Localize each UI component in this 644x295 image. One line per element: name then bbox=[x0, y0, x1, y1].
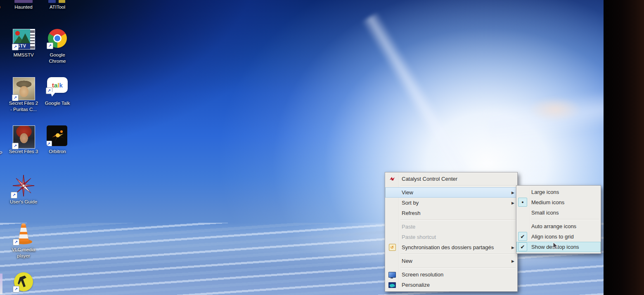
desktop-icon-label: Orbitron bbox=[35, 149, 80, 155]
shortcut-arrow-icon: ↗ bbox=[13, 286, 19, 293]
signal-strip bbox=[30, 29, 35, 49]
menu-item-synchronisation-des-dossiers-partag-s[interactable]: ↺Synchronisation des dossiers partagés▶ bbox=[385, 242, 517, 253]
desktop-icon-label: VLC media player bbox=[1, 247, 46, 259]
menu-separator bbox=[516, 218, 601, 221]
sync-glyph: ↺ bbox=[389, 244, 396, 251]
menu-separator bbox=[385, 266, 517, 269]
menu-item-label: Paste bbox=[402, 224, 415, 230]
desktop: HauntedATIToolSTV↗MMSSTV↗Google Chrome↗S… bbox=[0, 0, 604, 295]
menu-separator bbox=[385, 218, 517, 222]
menu-item-label: Synchronisation des dossiers partagés bbox=[402, 244, 494, 250]
clipped-icon-remnant bbox=[14, 0, 33, 3]
monitor-paint-glyph bbox=[388, 282, 396, 288]
menu-separator bbox=[385, 184, 517, 187]
shortcut-arrow-icon: ↗ bbox=[13, 239, 19, 245]
desktop-icon-orbitron[interactable]: ↗Orbitron bbox=[47, 125, 67, 146]
sun-dot bbox=[15, 31, 20, 35]
submenu-item-auto-arrange-icons[interactable]: Auto arrange icons bbox=[516, 221, 601, 231]
desktop-icon-label: User's Guide bbox=[1, 199, 46, 205]
submenu-arrow-icon: ▶ bbox=[511, 191, 514, 195]
desktop-icon-label: Google Chrome bbox=[35, 52, 80, 64]
mountain-shape bbox=[20, 33, 31, 44]
desktop-icon-atitool[interactable]: ATITool bbox=[47, 0, 68, 3]
menu-item-sort-by[interactable]: Sort by▶ bbox=[385, 198, 517, 208]
google-talk-icon: talk↗ bbox=[47, 77, 68, 93]
submenu-arrow-icon: ▶ bbox=[511, 259, 514, 263]
desktop-icon-secret-files-2[interactable]: ↗Secret Files 2 - Puritas C... bbox=[13, 77, 35, 100]
menu-item-label: Catalyst Control Center bbox=[402, 176, 457, 182]
submenu-item-label: Align icons to grid bbox=[531, 234, 574, 240]
checkmark-icon: ✔ bbox=[518, 242, 527, 251]
desktop-icon-users-guide[interactable]: ↗User's Guide bbox=[12, 174, 35, 197]
display-icon bbox=[388, 271, 396, 278]
menu-item-label: Paste shortcut bbox=[402, 234, 436, 240]
chrome-core bbox=[54, 35, 60, 41]
submenu-item-large-icons[interactable]: Large icons bbox=[516, 187, 601, 197]
cloud-wisp bbox=[528, 97, 582, 122]
menu-item-label: Personalize bbox=[402, 282, 430, 288]
atitool-icon bbox=[47, 0, 68, 3]
menu-item-screen-resolution[interactable]: Screen resolution bbox=[385, 269, 517, 280]
mouse-cursor-icon bbox=[552, 242, 559, 252]
desktop-icon-vlc-media-player[interactable]: ↗VLC media player bbox=[14, 222, 33, 244]
menu-item-label: New bbox=[402, 258, 412, 264]
menu-item-label: Refresh bbox=[402, 210, 421, 216]
desktop-icon-label: Google Talk bbox=[35, 100, 80, 106]
submenu-arrow-icon: ▶ bbox=[511, 245, 514, 250]
edge-label-fragment: P bbox=[0, 151, 2, 156]
menu-item-new[interactable]: New▶ bbox=[385, 256, 517, 266]
yellow-app-icon: ↗ bbox=[14, 272, 33, 291]
mmsstv-icon: STV↗ bbox=[13, 29, 35, 50]
menu-item-label: View bbox=[402, 189, 413, 196]
menu-item-refresh[interactable]: Refresh bbox=[385, 208, 517, 218]
submenu-item-label: Small icons bbox=[531, 210, 559, 216]
submenu-arrow-icon: ▶ bbox=[511, 201, 514, 205]
haunted-icon bbox=[13, 0, 34, 3]
edge-artifact bbox=[0, 274, 2, 294]
personalize-icon bbox=[388, 281, 396, 288]
ati-icon bbox=[388, 175, 396, 182]
monitor-glyph bbox=[388, 272, 396, 278]
monitor-bezel bbox=[604, 0, 644, 295]
orbitron-icon: ↗ bbox=[47, 125, 67, 146]
submenu-item-show-desktop-icons[interactable]: ✔Show desktop icons bbox=[516, 242, 601, 252]
checkmark-icon: ✔ bbox=[518, 232, 527, 241]
shortcut-arrow-icon: ↗ bbox=[47, 42, 53, 49]
desktop-icon-secret-files-3[interactable]: ↗Secret Files 3 bbox=[13, 125, 35, 149]
submenu-item-label: Large icons bbox=[531, 189, 559, 195]
desktop-icon-google-chrome[interactable]: ↗Google Chrome bbox=[48, 29, 67, 48]
clipped-icon-remnant bbox=[48, 0, 56, 3]
submenu-item-small-icons[interactable]: Small icons bbox=[516, 208, 601, 218]
menu-item-label: Sort by bbox=[402, 200, 419, 206]
shortcut-arrow-icon: ↗ bbox=[47, 141, 52, 146]
talk-letter: a bbox=[54, 82, 57, 89]
secret-files-2-icon: ↗ bbox=[13, 77, 35, 100]
submenu-item-label: Medium icons bbox=[531, 199, 564, 205]
vlc-media-player-icon: ↗ bbox=[14, 222, 33, 244]
google-chrome-icon: ↗ bbox=[48, 29, 67, 48]
sync-icon: ↺ bbox=[388, 244, 396, 251]
submenu-item-align-icons-to-grid[interactable]: ✔Align icons to grid bbox=[516, 231, 601, 242]
menu-separator bbox=[385, 253, 517, 256]
desktop-icon-yellow-app[interactable]: ↗ bbox=[14, 272, 33, 291]
clipped-icon-remnant bbox=[59, 0, 65, 3]
desktop-icon-mmsstv[interactable]: STV↗MMSSTV bbox=[13, 29, 35, 50]
desktop-icon-google-talk[interactable]: talk↗Google Talk bbox=[47, 77, 68, 93]
monitor-photo: HauntedATIToolSTV↗MMSSTV↗Google Chrome↗S… bbox=[0, 0, 644, 295]
secret-files-3-icon: ↗ bbox=[13, 125, 35, 149]
radio-selected-icon: ● bbox=[518, 198, 527, 207]
shortcut-arrow-icon: ↗ bbox=[46, 87, 52, 94]
menu-item-paste[interactable]: Paste bbox=[385, 222, 517, 232]
desktop-context-menu: Catalyst Control CenterView▶Sort by▶Refr… bbox=[385, 172, 518, 292]
menu-item-personalize[interactable]: Personalize bbox=[385, 280, 517, 290]
desktop-icon-haunted[interactable]: Haunted bbox=[13, 0, 34, 3]
menu-item-view[interactable]: View▶ bbox=[385, 187, 517, 198]
shortcut-arrow-icon: ↗ bbox=[11, 192, 17, 198]
users-guide-icon: ↗ bbox=[12, 174, 35, 197]
view-submenu: Large icons●Medium iconsSmall iconsAuto … bbox=[516, 185, 601, 254]
desktop-icon-label: ATITool bbox=[35, 4, 80, 10]
menu-item-catalyst-control-center[interactable]: Catalyst Control Center bbox=[385, 174, 517, 184]
edge-label-fragment: in bbox=[0, 4, 0, 9]
submenu-item-medium-icons[interactable]: ●Medium icons bbox=[516, 197, 601, 208]
menu-item-paste-shortcut[interactable]: Paste shortcut bbox=[385, 232, 517, 242]
